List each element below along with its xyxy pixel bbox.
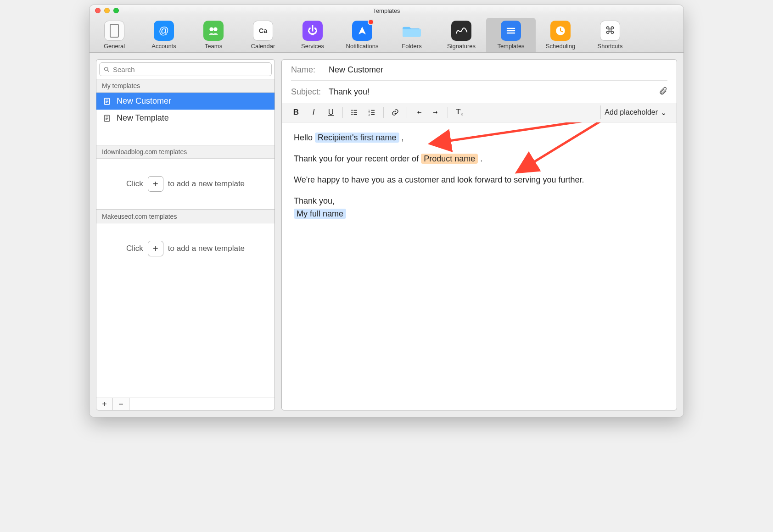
name-value[interactable]: New Customer: [329, 65, 383, 75]
tab-scheduling[interactable]: Scheduling: [536, 18, 585, 52]
body-text: .: [480, 154, 482, 163]
section-header-my: My templates: [96, 79, 274, 93]
numbered-list-button[interactable]: 123: [364, 105, 380, 119]
template-label: New Template: [117, 113, 169, 123]
tab-label: Services: [288, 43, 337, 50]
folder-icon: [402, 21, 422, 41]
search-input[interactable]: [113, 66, 268, 73]
send-icon: [352, 21, 372, 41]
titlebar: Templates: [90, 5, 683, 16]
tab-label: Shortcuts: [585, 43, 635, 50]
clear-format-button[interactable]: T×: [452, 105, 467, 119]
template-item-new-template[interactable]: New Template: [96, 110, 274, 127]
tab-label: Scheduling: [536, 43, 585, 50]
svg-point-1: [213, 27, 218, 31]
empty-prefix: Click: [126, 179, 143, 188]
template-sidebar: My templates New Customer New Template I…: [96, 59, 275, 410]
command-icon: ⌘: [600, 21, 620, 41]
subject-label: Subject:: [291, 87, 324, 97]
bullet-list-button[interactable]: [347, 105, 362, 119]
window-title: Templates: [90, 7, 683, 14]
list-lines-icon: [501, 21, 521, 41]
template-body[interactable]: Hello Recipient's first name , Thank you…: [282, 122, 677, 229]
separator: [448, 107, 448, 118]
svg-marker-26: [417, 111, 419, 114]
content-area: My templates New Customer New Template I…: [90, 53, 683, 417]
add-button[interactable]: +: [96, 398, 113, 410]
tab-label: Teams: [189, 43, 238, 50]
separator: [407, 107, 407, 118]
placeholder-my-full-name[interactable]: My full name: [294, 209, 346, 219]
add-template-button[interactable]: +: [148, 241, 163, 256]
subject-value[interactable]: Thank you!: [329, 87, 370, 97]
add-template-button[interactable]: +: [148, 176, 163, 192]
people-icon: [203, 21, 224, 41]
subject-row: Subject: Thank you!: [291, 81, 667, 103]
tab-templates[interactable]: Templates: [486, 18, 536, 52]
outdent-icon: [415, 108, 423, 116]
link-icon: [391, 108, 399, 116]
empty-prefix: Click: [126, 244, 143, 253]
search-icon: [103, 66, 110, 73]
attachment-button[interactable]: [658, 86, 667, 97]
outdent-button[interactable]: [411, 105, 426, 119]
svg-point-15: [352, 114, 353, 115]
link-button[interactable]: [387, 105, 403, 119]
calendar-icon: Ca: [253, 21, 273, 41]
add-placeholder-label: Add placeholder: [605, 108, 658, 116]
power-icon: ⏻: [302, 21, 323, 41]
empty-section-muo: Click + to add a new template: [96, 223, 274, 274]
underline-button[interactable]: U: [323, 105, 339, 119]
svg-point-0: [209, 27, 213, 31]
clock-icon: [550, 21, 571, 41]
italic-button[interactable]: I: [306, 105, 321, 119]
preferences-toolbar: General @ Accounts Teams Ca Calendar ⏻ S…: [90, 16, 683, 53]
placeholder-product-name[interactable]: Product name: [421, 154, 478, 164]
indent-button[interactable]: [428, 105, 444, 119]
section-header-muo: Makeuseof.com templates: [96, 210, 274, 223]
tab-label: Accounts: [139, 43, 189, 50]
document-icon: [103, 97, 111, 105]
body-text: Thank you,: [294, 195, 665, 208]
template-item-new-customer[interactable]: New Customer: [96, 93, 274, 110]
separator: [342, 107, 343, 118]
tab-signatures[interactable]: Signatures: [437, 18, 486, 52]
tab-label: Templates: [486, 43, 536, 50]
add-placeholder-menu[interactable]: Add placeholder ⌄: [600, 105, 670, 119]
tab-shortcuts[interactable]: ⌘ Shortcuts: [585, 18, 635, 52]
tab-calendar[interactable]: Ca Calendar: [238, 18, 288, 52]
empty-section-idb: Click + to add a new template: [96, 159, 274, 210]
svg-point-14: [352, 112, 353, 113]
tab-accounts[interactable]: @ Accounts: [139, 18, 189, 52]
placeholder-recipient-first-name[interactable]: Recipient's first name: [315, 133, 399, 143]
format-toolbar: B I U 123: [282, 103, 677, 122]
svg-point-13: [352, 110, 353, 111]
paperclip-icon: [658, 86, 667, 95]
tab-services[interactable]: ⏻ Services: [288, 18, 337, 52]
numbered-list-icon: 123: [368, 108, 376, 116]
tab-label: Calendar: [238, 43, 288, 50]
tab-label: General: [90, 43, 139, 50]
section-header-idb: Idownloadblog.com templates: [96, 145, 274, 159]
document-icon: [103, 114, 111, 122]
svg-text:3: 3: [369, 113, 370, 116]
body-text: We're happy to have you as a customer an…: [294, 174, 665, 187]
sidebar-footer: + −: [96, 398, 274, 410]
bold-button[interactable]: B: [288, 105, 304, 119]
svg-marker-28: [436, 111, 437, 114]
empty-suffix: to add a new template: [168, 179, 245, 188]
empty-suffix: to add a new template: [168, 244, 245, 253]
search-field[interactable]: [99, 62, 272, 76]
tab-folders[interactable]: Folders: [387, 18, 437, 52]
tab-label: Signatures: [437, 43, 486, 50]
body-text: Thank you for your recent order of: [294, 154, 421, 163]
tab-general[interactable]: General: [90, 18, 139, 52]
name-row: Name: New Customer: [291, 60, 667, 81]
tab-notifications[interactable]: Notifications: [337, 18, 387, 52]
clear-format-icon: T×: [456, 107, 463, 117]
template-label: New Customer: [117, 96, 171, 106]
notification-badge-icon: [368, 19, 374, 25]
tab-teams[interactable]: Teams: [189, 18, 238, 52]
separator: [383, 107, 384, 118]
remove-button[interactable]: −: [113, 398, 129, 410]
